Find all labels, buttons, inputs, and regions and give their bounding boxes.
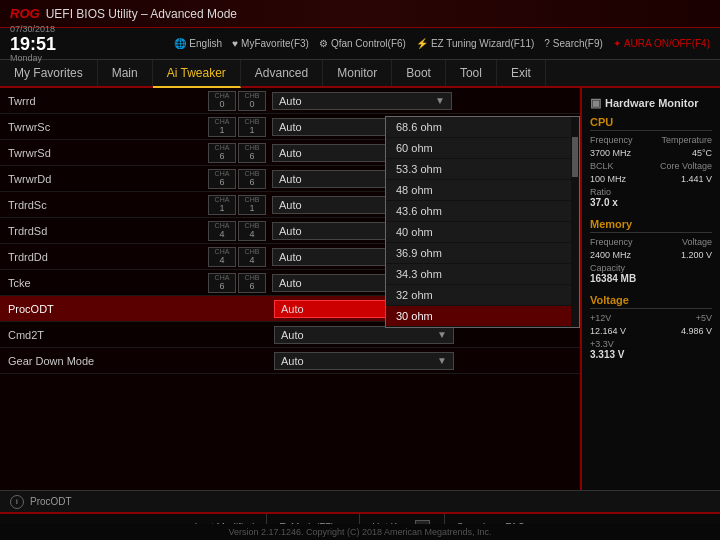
setting-geardownmode: Gear Down Mode Auto▼ <box>0 348 580 374</box>
cha-box-trdrdsd: CHA4 <box>208 221 236 241</box>
globe-icon: 🌐 <box>174 38 186 49</box>
hw-monitor-header: ▣ Hardware Monitor <box>590 96 712 110</box>
status-icon-eztuning[interactable]: ⚡ EZ Tuning Wizard(F11) <box>416 38 534 49</box>
cpu-volt-value: 1.441 V <box>681 174 712 184</box>
cha-box-twrwrsd: CHA6 <box>208 143 236 163</box>
channel-boxes-trdrddd: CHA4 CHB4 <box>208 247 266 267</box>
cpu-freq-value: 3700 MHz <box>590 148 631 158</box>
channel-boxes-twrwrsc: CHA1 CHB1 <box>208 117 266 137</box>
mem-cap-label: Capacity <box>590 263 712 273</box>
title-text: UEFI BIOS Utility – Advanced Mode <box>46 7 237 21</box>
eztuning-label: EZ Tuning Wizard(F11) <box>431 38 534 49</box>
volt-12v-val-row: 12.164 V 4.986 V <box>590 326 712 336</box>
setting-name-geardownmode: Gear Down Mode <box>8 355 208 367</box>
cpu-ratio-label: Ratio <box>590 187 712 197</box>
copyright-bar: Version 2.17.1246. Copyright (C) 2018 Am… <box>0 524 720 540</box>
cha-box-twrrd: CHA0 <box>208 91 236 111</box>
tab-exit[interactable]: Exit <box>497 60 546 86</box>
status-icons: 🌐 English ♥ MyFavorite(F3) ⚙ Qfan Contro… <box>68 38 710 49</box>
dd-option-48ohm[interactable]: 48 ohm <box>386 180 579 201</box>
myfavorite-label: MyFavorite(F3) <box>241 38 309 49</box>
channel-boxes-twrwrdd: CHA6 CHB6 <box>208 169 266 189</box>
chb-box-trdrdsd: CHB4 <box>238 221 266 241</box>
setting-name-procodt: ProcODT <box>8 303 208 315</box>
volt-33v-label: +3.3V <box>590 339 712 349</box>
fan-icon: ⚙ <box>319 38 328 49</box>
setting-name-trdrdsd: TrdrdSd <box>8 225 208 237</box>
tab-advanced[interactable]: Advanced <box>241 60 323 86</box>
channel-boxes-tcke: CHA6 CHB6 <box>208 273 266 293</box>
cpu-section-title: CPU <box>590 116 712 131</box>
status-date: 07/30/2018 <box>10 24 56 35</box>
tab-ai-tweaker[interactable]: Ai Tweaker <box>153 60 241 88</box>
cpu-ratio-value: 37.0 x <box>590 197 712 208</box>
channel-boxes-twrrd: CHA0 CHB0 <box>208 91 266 111</box>
dd-option-40ohm[interactable]: 40 ohm <box>386 222 579 243</box>
search-icon: ? <box>544 38 550 49</box>
cpu-section: CPU Frequency Temperature 3700 MHz 45°C … <box>590 116 712 208</box>
dd-option-53-3ohm[interactable]: 53.3 ohm <box>386 159 579 180</box>
volt-12v-label: +12V <box>590 313 611 323</box>
tab-monitor[interactable]: Monitor <box>323 60 392 86</box>
voltage-section: Voltage +12V +5V 12.164 V 4.986 V +3.3V … <box>590 294 712 360</box>
dd-option-43-6ohm[interactable]: 43.6 ohm <box>386 201 579 222</box>
cpu-freq-val-row: 3700 MHz 45°C <box>590 148 712 158</box>
dd-option-30ohm[interactable]: 30 ohm <box>386 306 579 327</box>
channel-boxes-twrwrsd: CHA6 CHB6 <box>208 143 266 163</box>
status-icon-qfan[interactable]: ⚙ Qfan Control(F6) <box>319 38 406 49</box>
dropdown-twrrd[interactable]: Auto▼ <box>272 92 452 110</box>
info-bar: i ProcODT <box>0 490 720 512</box>
mem-cap-value: 16384 MB <box>590 273 712 284</box>
cpu-bclk-label: BCLK <box>590 161 614 171</box>
mem-freq-row: Frequency Voltage <box>590 237 712 247</box>
dd-option-34-3ohm[interactable]: 34.3 ohm <box>386 264 579 285</box>
volt-5v-value: 4.986 V <box>681 326 712 336</box>
channel-boxes-trdrdsc: CHA1 CHB1 <box>208 195 266 215</box>
cpu-temp-value: 45°C <box>692 148 712 158</box>
status-icon-myfavorite[interactable]: ♥ MyFavorite(F3) <box>232 38 309 49</box>
setting-twrrd: Twrrd CHA0 CHB0 Auto▼ <box>0 88 580 114</box>
chb-box-twrrd: CHB0 <box>238 91 266 111</box>
cpu-bclk-value: 100 MHz <box>590 174 626 184</box>
setting-name-trdrddd: TrdrdDd <box>8 251 208 263</box>
dropdown-geardownmode[interactable]: Auto▼ <box>274 352 454 370</box>
dd-option-36-9ohm[interactable]: 36.9 ohm <box>386 243 579 264</box>
cpu-freq-label: Frequency <box>590 135 633 145</box>
chb-box-trdrdsc: CHB1 <box>238 195 266 215</box>
chb-box-tcke: CHB6 <box>238 273 266 293</box>
statusbar: 07/30/2018 19:51 Monday 🌐 English ♥ MyFa… <box>0 28 720 60</box>
datetime-block: 07/30/2018 19:51 Monday <box>10 24 56 64</box>
memory-section: Memory Frequency Voltage 2400 MHz 1.200 … <box>590 218 712 284</box>
dd-option-32ohm[interactable]: 32 ohm <box>386 285 579 306</box>
status-icon-english[interactable]: 🌐 English <box>174 38 222 49</box>
status-icon-search[interactable]: ? Search(F9) <box>544 38 603 49</box>
tab-my-favorites[interactable]: My Favorites <box>0 60 98 86</box>
info-label-text: ProcODT <box>30 496 72 507</box>
titlebar: ROG UEFI BIOS Utility – Advanced Mode <box>0 0 720 28</box>
status-time: 19:51 <box>10 35 56 53</box>
tab-boot[interactable]: Boot <box>392 60 446 86</box>
cpu-bclk-val-row: 100 MHz 1.441 V <box>590 174 712 184</box>
tab-main[interactable]: Main <box>98 60 153 86</box>
main-area: Twrrd CHA0 CHB0 Auto▼ TwrwrSc CHA1 CHB1 … <box>0 88 720 490</box>
dropdown-cmd2t[interactable]: Auto▼ <box>274 326 454 344</box>
cha-box-twrwrdd: CHA6 <box>208 169 236 189</box>
search-label: Search(F9) <box>553 38 603 49</box>
dd-option-60ohm[interactable]: 60 ohm <box>386 138 579 159</box>
aura-icon: ✦ <box>613 38 621 49</box>
volt-12v-row: +12V +5V <box>590 313 712 323</box>
cpu-temp-label: Temperature <box>661 135 712 145</box>
hw-monitor-title: Hardware Monitor <box>605 97 699 109</box>
cpu-bclk-row: BCLK Core Voltage <box>590 161 712 171</box>
chb-box-trdrddd: CHB4 <box>238 247 266 267</box>
tab-tool[interactable]: Tool <box>446 60 497 86</box>
chb-box-twrwrsd: CHB6 <box>238 143 266 163</box>
setting-name-twrwrsd: TwrwrSd <box>8 147 208 159</box>
dd-option-68-6ohm[interactable]: 68.6 ohm <box>386 117 579 138</box>
cha-box-trdrddd: CHA4 <box>208 247 236 267</box>
qfan-label: Qfan Control(F6) <box>331 38 406 49</box>
cpu-volt-label: Core Voltage <box>660 161 712 171</box>
status-icon-aura[interactable]: ✦ AURA ON/OFF(F4) <box>613 38 710 49</box>
cha-box-trdrdsc: CHA1 <box>208 195 236 215</box>
channel-boxes-trdrdsd: CHA4 CHB4 <box>208 221 266 241</box>
